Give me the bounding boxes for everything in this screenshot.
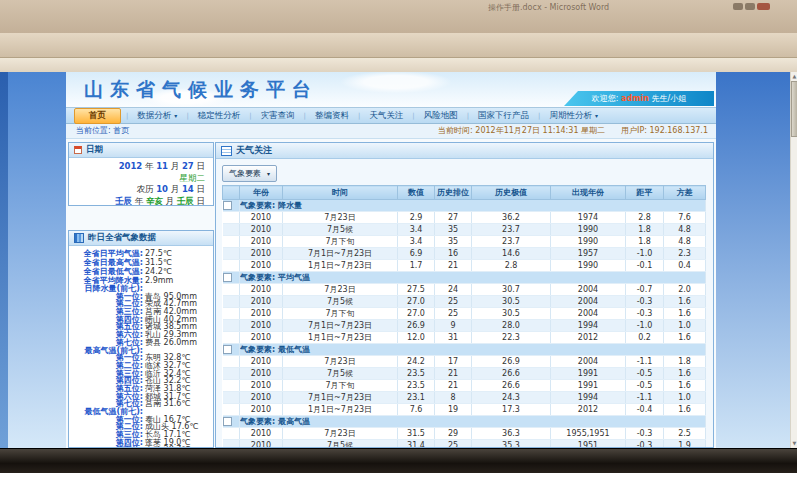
welcome-prefix: 欢迎您:: [592, 94, 619, 103]
bg-minimize-button[interactable]: [733, 3, 743, 10]
nav-item-7[interactable]: 国家下行产品: [469, 110, 538, 122]
table-cell: 1957: [551, 248, 626, 260]
weather-watch-body: 气象要素 ▾ 年份时间数值历史排位历史极值出现年份距平方差气象要素: 降水量20…: [216, 159, 713, 447]
column-header[interactable]: 年份: [240, 186, 283, 200]
table-cell: 23.5: [398, 380, 435, 392]
checkbox[interactable]: [223, 201, 232, 210]
date-panel-title: 日期: [86, 144, 103, 156]
column-header[interactable]: 方差: [664, 186, 706, 200]
group-checkbox-cell: [223, 416, 240, 428]
table-cell: 35: [435, 224, 472, 236]
ganzhi-date: 壬辰 年 辛亥 月 壬辰 日: [69, 196, 205, 207]
table-cell: 1.6: [664, 332, 706, 344]
column-header[interactable]: 历史极值: [472, 186, 551, 200]
column-header[interactable]: 距平: [626, 186, 664, 200]
table-cell: 1.6: [664, 380, 706, 392]
weather-stat: 全省日最高气温:31.5℃: [69, 258, 213, 267]
table-cell: 1991: [551, 368, 626, 380]
nav-item-6[interactable]: 风险地图: [415, 110, 467, 122]
table-cell: 1.9: [664, 440, 706, 449]
table-cell: 35: [435, 236, 472, 248]
nav-item-4[interactable]: 整编资料: [306, 110, 358, 122]
table-row: 20107月5候23.52126.61991-0.51.6: [223, 368, 706, 380]
table-cell: 2004: [551, 308, 626, 320]
table-cell: 27.0: [398, 296, 435, 308]
nav-item-1[interactable]: 数据分析▾: [128, 110, 186, 122]
table-cell: 1.7: [398, 260, 435, 272]
browser-navigation-bar: ← → e http://192.168.137.1/GLCCLIMATE/mo…: [0, 33, 797, 58]
scroll-up-arrow[interactable]: ▲: [791, 72, 797, 81]
table-cell: 7月5候: [283, 368, 398, 380]
page-scrollbar[interactable]: ▲ ▼: [790, 72, 797, 448]
table-cell: 24.3: [472, 392, 551, 404]
table-cell: 23.5: [398, 368, 435, 380]
table-cell: 1991: [551, 380, 626, 392]
scrollbar-thumb[interactable]: [791, 81, 797, 137]
group-name: 气象要素: 降水量: [240, 200, 706, 212]
table-cell: 2010: [240, 236, 283, 248]
element-selector-button[interactable]: 气象要素 ▾: [222, 165, 277, 182]
weather-panel-title: 昨日全省气象数据: [88, 232, 156, 244]
column-header[interactable]: 出现年份: [551, 186, 626, 200]
table-cell: 26.6: [472, 380, 551, 392]
bg-maximize-button[interactable]: [745, 3, 755, 10]
bg-close-button[interactable]: [757, 3, 770, 10]
table-cell: 4.8: [664, 236, 706, 248]
calendar-icon: [74, 146, 82, 154]
scroll-down-arrow[interactable]: ▼: [791, 439, 797, 448]
welcome-banner: 欢迎您: admin 先生/小姐: [564, 91, 714, 106]
table-cell: 9: [435, 320, 472, 332]
table-cell: 25: [435, 296, 472, 308]
weather-data-table: 年份时间数值历史排位历史极值出现年份距平方差气象要素: 降水量20107月23日…: [222, 185, 706, 448]
column-header[interactable]: 时间: [283, 186, 398, 200]
group-name: 气象要素: 平均气温: [240, 272, 706, 284]
checkbox[interactable]: [223, 345, 232, 354]
table-cell: 19: [435, 404, 472, 416]
table-cell: 1.6: [664, 368, 706, 380]
table-cell: 17: [435, 356, 472, 368]
column-header[interactable]: 历史排位: [435, 186, 472, 200]
table-cell: 26.9: [398, 320, 435, 332]
table-cell: 2010: [240, 284, 283, 296]
table-cell: 2012: [551, 404, 626, 416]
table-cell: 35.3: [472, 440, 551, 449]
table-row: 20107月23日31.52936.31955,1951-0.32.5: [223, 428, 706, 440]
table-cell: 1994: [551, 320, 626, 332]
nav-item-3[interactable]: 灾害查询: [252, 110, 304, 122]
table-cell: 17.3: [472, 404, 551, 416]
nav-item-8[interactable]: 周期性分析▾: [540, 110, 607, 122]
weather-panel-header: 昨日全省气象数据: [69, 231, 213, 246]
group-header-row: 气象要素: 最低气温: [223, 344, 706, 356]
column-header[interactable]: 数值: [398, 186, 435, 200]
nav-item-2[interactable]: 稳定性分析: [189, 110, 250, 122]
date-panel: 日期 2012 年 11 月 27 日星期二农历 10 月 14 日壬辰 年 辛…: [68, 142, 214, 206]
checkbox[interactable]: [223, 273, 232, 282]
table-cell: 1.8: [664, 356, 706, 368]
table-cell: 2.8: [626, 212, 664, 224]
table-cell: 2010: [240, 212, 283, 224]
nav-item-5[interactable]: 天气关注: [360, 110, 412, 122]
table-cell: 7月下旬: [283, 236, 398, 248]
table-cell: 8: [435, 392, 472, 404]
table-row: 20107月5候27.02530.52004-0.31.6: [223, 296, 706, 308]
table-cell: 7.6: [398, 404, 435, 416]
nav-item-0[interactable]: 首页: [74, 108, 121, 124]
table-row: 20107月下旬23.52126.61991-0.51.6: [223, 380, 706, 392]
table-cell: -1.1: [626, 356, 664, 368]
table-cell: 7月1日~7月23日: [283, 392, 398, 404]
table-cell: 1.0: [664, 392, 706, 404]
table-cell: -0.4: [626, 404, 664, 416]
table-row: 20107月5候31.42535.31951-0.31.9: [223, 440, 706, 449]
table-cell: 1951: [551, 440, 626, 449]
table-row: 20107月23日24.21726.92004-1.11.8: [223, 356, 706, 368]
taskbar: e 山东省气候业... Win2008 (VS2...C:\Windows\s.…: [0, 448, 797, 473]
table-row: 20101月1日~7月23日12.03122.320120.21.6: [223, 332, 706, 344]
checkbox[interactable]: [223, 417, 232, 426]
table-cell: 31: [435, 332, 472, 344]
table-cell: 21: [435, 260, 472, 272]
table-cell: 29: [435, 428, 472, 440]
table-cell: 2004: [551, 296, 626, 308]
background-window-title: 操作手册.docx - Microsoft Word: [488, 2, 609, 13]
table-row: 20107月下旬27.02530.52004-0.31.6: [223, 308, 706, 320]
table-cell: 7月5候: [283, 440, 398, 449]
